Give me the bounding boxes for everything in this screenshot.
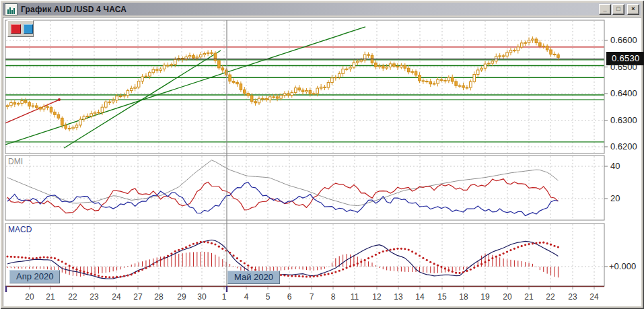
day-tick-label: 19 [480,292,489,302]
day-tick-label: 5 [266,292,271,302]
marker-toolbar [7,20,34,37]
dmi-tick-label: 40 [610,161,620,171]
red-marker-button[interactable] [11,24,21,34]
day-tick-label: 27 [133,292,142,302]
day-tick-label: 11 [351,292,359,302]
day-tick-label: 21 [46,292,55,302]
day-tick-label: 30 [197,292,206,302]
day-tick-label: 23 [90,292,98,302]
dmi-pane-label: DMI [8,157,23,166]
day-tick-label: 1 [222,292,227,302]
day-tick-label: 22 [68,292,77,302]
price-tick-label: 0.6500 [610,62,637,72]
day-tick-label: 20 [25,292,34,302]
day-tick-label: 7 [310,292,314,302]
blue-marker-button[interactable] [24,24,34,34]
dmi-tick-label: 20 [610,193,620,203]
day-tick-label: 24 [589,292,598,302]
day-tick-label: 13 [394,292,402,302]
macd-pane-label: MACD [8,225,32,234]
day-tick-label: 6 [287,292,292,302]
price-tick-label: 0.6300 [610,115,637,125]
day-tick-label: 18 [459,292,468,302]
day-tick-label: 24 [112,292,120,302]
day-tick-label: 29 [177,292,186,302]
chart-window: График AUD /USD 4 ЧАСА _ □ × DMI MACD 0.… [0,0,644,309]
day-tick-label: 14 [415,292,424,302]
day-tick-label: 8 [331,292,336,302]
month-marker-april: Апр 2020 [9,270,60,283]
price-tick-label: 0.6200 [610,141,637,151]
day-tick-label: 20 [503,292,511,302]
month-marker-may: Май 2020 [227,271,280,284]
day-tick-label: 4 [244,292,249,302]
price-tick-label: 0.6600 [610,35,637,45]
day-tick-label: 23 [568,292,577,302]
day-tick-label: 21 [524,292,533,302]
chart-canvas[interactable] [0,0,644,309]
day-tick-label: 28 [154,292,163,302]
day-tick-label: 15 [437,292,446,302]
day-tick-label: 12 [372,292,381,302]
macd-zero-label: +0.000 [609,261,636,271]
price-tick-label: 0.6400 [610,88,637,98]
day-tick-label: 22 [546,292,554,302]
